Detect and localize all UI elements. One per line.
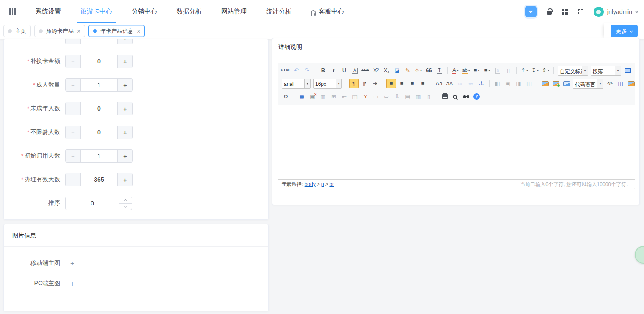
decrement-button[interactable]: − <box>66 79 81 91</box>
to-lowercase-button[interactable]: aA <box>445 79 454 88</box>
nav-item-旅游卡中心[interactable]: 旅游卡中心 <box>80 0 113 23</box>
scrawl-button[interactable] <box>626 79 636 88</box>
preview-button[interactable] <box>451 92 460 101</box>
stepper-value-input[interactable]: 1 <box>81 79 117 91</box>
decrement-button[interactable]: − <box>66 126 81 139</box>
decrement-button[interactable]: − <box>66 102 81 115</box>
tab-年卡产品信息[interactable]: 年卡产品信息× <box>88 25 145 37</box>
increment-button[interactable]: + <box>117 55 132 68</box>
preview-monitor-button[interactable] <box>623 66 633 75</box>
print-button[interactable] <box>440 92 450 101</box>
increment-button[interactable]: + <box>117 102 132 115</box>
nav-item-统计分析[interactable]: 统计分析 <box>265 0 292 23</box>
path-link-body[interactable]: body <box>305 181 316 187</box>
space-before-paragraph-button[interactable]: ↥▾ <box>520 66 529 75</box>
tab-close-icon[interactable]: × <box>137 28 140 34</box>
highlight-color-button[interactable]: ab▾ <box>461 66 471 75</box>
delete-table-button[interactable]: ▦ <box>308 92 317 101</box>
insert-image-button[interactable] <box>540 79 550 88</box>
editor-content[interactable] <box>278 105 635 179</box>
path-link-p[interactable]: p <box>321 181 324 187</box>
stepper-value-input[interactable]: 365 <box>81 173 117 186</box>
spinner-down-icon[interactable] <box>119 204 132 210</box>
split-cells-button[interactable]: Y <box>361 92 370 101</box>
underline-button[interactable]: U <box>339 66 349 75</box>
increment-button[interactable]: + <box>117 173 132 186</box>
stepper-value-input[interactable] <box>81 39 117 44</box>
indent-button[interactable]: ⇥ <box>370 79 380 88</box>
theme-dropdown-button[interactable] <box>525 6 537 17</box>
line-height-button[interactable]: ⇕▾ <box>541 66 550 75</box>
tab-close-icon[interactable]: × <box>77 28 80 34</box>
decrement-button[interactable]: − <box>66 39 81 44</box>
format-brush-button[interactable]: ✎ <box>403 66 413 75</box>
undo-button[interactable]: ↶ <box>292 66 301 75</box>
remove-format-button[interactable]: ◪ <box>392 66 402 75</box>
first-line-indent-button[interactable]: ¶ <box>349 79 359 88</box>
path-link-br[interactable]: br <box>329 181 334 187</box>
paragraph-rtl-button[interactable]: ¶ <box>360 79 369 88</box>
more-button[interactable]: 更多 <box>611 25 638 37</box>
horizontal-rule-button[interactable]: — <box>642 79 644 88</box>
superscript-button[interactable]: X² <box>371 66 381 75</box>
nav-item-网站管理[interactable]: 网站管理 <box>220 0 248 23</box>
decrement-button[interactable]: − <box>66 173 81 186</box>
insert-columns-button[interactable]: ◫ <box>616 79 625 88</box>
find-replace-button[interactable] <box>461 92 471 101</box>
tab-旅游卡产品[interactable]: 旅游卡产品× <box>34 25 85 37</box>
decrement-button[interactable]: − <box>66 55 81 68</box>
blockquote-button[interactable]: 66 <box>424 66 434 75</box>
sidebar-collapse-icon[interactable] <box>9 8 11 15</box>
size-select[interactable]: 16px▾ <box>313 79 342 89</box>
bold-button[interactable]: B <box>318 66 328 75</box>
user-menu[interactable]: jnlyadmin <box>594 7 638 17</box>
stepper-value-input[interactable]: 0 <box>81 102 117 115</box>
subscript-button[interactable]: X₂ <box>382 66 391 75</box>
stepper-value-input[interactable]: 0 <box>81 55 117 68</box>
align-justify-button[interactable]: ≡ <box>418 79 428 88</box>
space-after-paragraph-button[interactable]: ↧▾ <box>530 66 540 75</box>
help-button[interactable]: ? <box>472 92 482 101</box>
floating-service-button[interactable] <box>635 246 644 264</box>
anchor-button[interactable]: ⚓ <box>476 79 486 88</box>
apps-grid-icon[interactable] <box>562 9 568 15</box>
align-right-button[interactable]: ≡ <box>407 79 417 88</box>
add-image-button[interactable]: + <box>70 260 74 267</box>
insert-table-button[interactable]: ▦ <box>297 92 307 101</box>
decrement-button[interactable]: − <box>66 150 81 162</box>
nav-item-分销中心[interactable]: 分销中心 <box>131 0 158 23</box>
insert-code-button[interactable]: </> <box>605 79 615 88</box>
insert-multi-image-button[interactable] <box>551 79 561 88</box>
ordered-list-button[interactable]: ≡▾ <box>472 66 482 75</box>
source-html-button[interactable]: HTML <box>281 66 291 75</box>
to-uppercase-button[interactable]: Aa <box>434 79 444 88</box>
paste-plain-text-button[interactable]: T <box>435 66 444 75</box>
spinner-value-input[interactable]: 0 <box>66 197 119 210</box>
increment-button[interactable]: + <box>117 79 132 91</box>
paragraph-select[interactable]: 段落▾ <box>591 66 621 76</box>
nav-item-系统设置[interactable]: 系统设置 <box>35 0 62 23</box>
code-language-select[interactable]: 代码语言▾ <box>573 79 603 89</box>
tab-主页[interactable]: 主页 <box>3 25 31 37</box>
lock-screen-icon[interactable] <box>547 11 552 15</box>
unordered-list-button[interactable]: ≡▾ <box>482 66 492 75</box>
redo-button[interactable]: ↷ <box>302 66 312 75</box>
auto-typeset-button[interactable]: ✧▾ <box>413 66 423 75</box>
strikethrough-button[interactable]: ABC <box>361 66 370 75</box>
spinner-up-icon[interactable] <box>119 197 132 204</box>
stepper-value-input[interactable]: 0 <box>81 126 117 139</box>
add-image-button[interactable]: + <box>70 280 74 287</box>
special-characters-button[interactable]: Ω <box>281 92 291 101</box>
italic-button[interactable]: I <box>329 66 339 75</box>
increment-button[interactable]: + <box>117 150 132 162</box>
increment-button[interactable]: + <box>117 126 132 139</box>
nav-item-数据分析[interactable]: 数据分析 <box>176 0 203 23</box>
font-color-button[interactable]: A▾ <box>451 66 460 75</box>
increment-button[interactable]: + <box>117 39 132 44</box>
align-left-button[interactable]: ≡ <box>386 79 396 88</box>
custom-title-select[interactable]: 自定义标题▾ <box>558 66 588 76</box>
font-border-button[interactable]: A <box>350 66 360 75</box>
font-select[interactable]: arial▾ <box>282 79 311 89</box>
fullscreen-icon[interactable] <box>578 9 583 14</box>
align-center-button[interactable]: ≡ <box>397 79 407 88</box>
